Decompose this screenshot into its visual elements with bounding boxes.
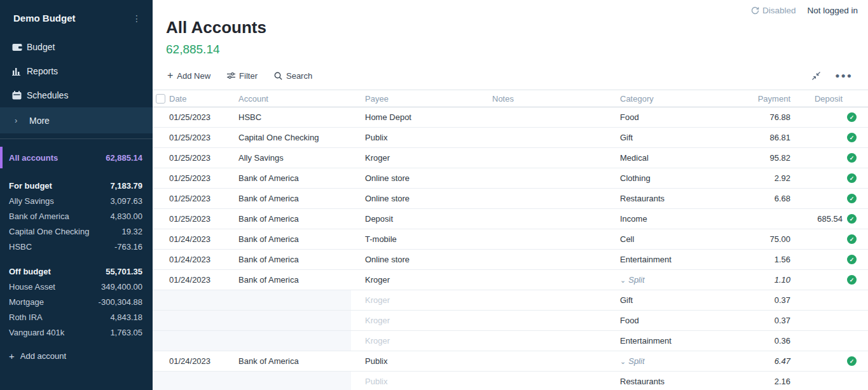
collapse-transactions-icon[interactable] bbox=[811, 71, 821, 81]
account-cell[interactable] bbox=[237, 311, 351, 330]
transaction-row[interactable]: 01/24/2023Bank of AmericaKroger⌄Split1.1… bbox=[153, 270, 868, 290]
notes-cell[interactable] bbox=[479, 209, 605, 229]
account-cell[interactable] bbox=[237, 290, 351, 310]
search-button[interactable]: Search bbox=[274, 71, 312, 81]
deposit-cell[interactable] bbox=[796, 128, 846, 147]
payee-cell[interactable]: Publix bbox=[351, 351, 479, 371]
budget-menu-kebab-icon[interactable]: ⋮ bbox=[130, 15, 144, 22]
notes-cell[interactable] bbox=[479, 148, 605, 168]
account-cell[interactable]: Bank of America bbox=[237, 270, 351, 290]
account-cell[interactable]: Bank of America bbox=[237, 209, 351, 229]
deposit-cell[interactable] bbox=[796, 311, 846, 330]
payee-cell[interactable]: Kroger bbox=[351, 331, 479, 351]
deposit-cell[interactable] bbox=[796, 351, 846, 371]
sidebar-account-row[interactable]: Mortgage-300,304.88 bbox=[0, 294, 153, 309]
login-status-button[interactable]: Not logged in bbox=[807, 6, 858, 15]
payment-cell[interactable]: 86.81 bbox=[733, 128, 796, 147]
payment-cell[interactable]: 1.10 bbox=[733, 270, 796, 290]
sidebar-item-budget[interactable]: Budget bbox=[0, 35, 153, 59]
notes-cell[interactable] bbox=[479, 351, 605, 371]
payee-cell[interactable]: Kroger bbox=[351, 148, 479, 168]
filter-button[interactable]: Filter bbox=[227, 71, 258, 81]
budget-name[interactable]: Demo Budget bbox=[13, 13, 76, 24]
sidebar-item-more[interactable]: › More bbox=[0, 107, 153, 133]
sidebar-account-row[interactable]: Capital One Checking19.32 bbox=[0, 224, 153, 239]
payment-cell[interactable]: 75.00 bbox=[733, 229, 796, 249]
category-cell[interactable]: Entertainment bbox=[605, 250, 733, 269]
deposit-cell[interactable] bbox=[796, 290, 846, 310]
category-cell[interactable]: Gift bbox=[605, 290, 733, 310]
category-cell[interactable]: Clothing bbox=[605, 168, 733, 188]
transaction-row[interactable]: 01/24/2023Bank of AmericaT-mobileCell75.… bbox=[153, 229, 868, 250]
category-cell[interactable]: Medical bbox=[605, 148, 733, 168]
notes-cell[interactable] bbox=[479, 128, 605, 147]
deposit-cell[interactable] bbox=[796, 372, 846, 390]
category-cell[interactable]: Restaurants bbox=[605, 372, 733, 390]
category-cell[interactable]: Food bbox=[605, 107, 733, 127]
account-cell[interactable]: Bank of America bbox=[237, 250, 351, 269]
sync-status-button[interactable]: Disabled bbox=[751, 6, 796, 15]
category-cell[interactable]: Cell bbox=[605, 229, 733, 249]
account-cell[interactable]: Ally Savings bbox=[237, 148, 351, 168]
category-cell[interactable]: Entertainment bbox=[605, 331, 733, 351]
deposit-cell[interactable] bbox=[796, 250, 846, 269]
column-header-date[interactable]: Date bbox=[167, 90, 237, 107]
payee-cell[interactable]: T-mobile bbox=[351, 229, 479, 249]
account-cell[interactable]: Bank of America bbox=[237, 168, 351, 188]
column-header-deposit[interactable]: Deposit bbox=[796, 90, 846, 107]
date-cell[interactable] bbox=[167, 290, 237, 310]
deposit-cell[interactable] bbox=[796, 148, 846, 168]
payment-cell[interactable]: 95.82 bbox=[733, 148, 796, 168]
cleared-check-icon[interactable]: ✓ bbox=[847, 194, 857, 203]
sidebar-account-row[interactable]: HSBC-763.16 bbox=[0, 239, 153, 254]
notes-cell[interactable] bbox=[479, 311, 605, 330]
cleared-check-icon[interactable]: ✓ bbox=[847, 133, 857, 142]
payment-cell[interactable]: 2.92 bbox=[733, 168, 796, 188]
date-cell[interactable]: 01/25/2023 bbox=[167, 128, 237, 147]
split-toggle[interactable]: ⌄Split bbox=[620, 275, 645, 285]
column-header-payment[interactable]: Payment bbox=[733, 90, 796, 107]
category-cell[interactable]: Gift bbox=[605, 128, 733, 147]
select-all-checkbox[interactable] bbox=[156, 94, 165, 104]
deposit-cell[interactable] bbox=[796, 331, 846, 351]
sidebar-item-all-accounts[interactable]: All accounts 62,885.14 bbox=[0, 147, 153, 168]
sidebar-group-header[interactable]: Off budget55,701.35 bbox=[0, 264, 153, 279]
sidebar-item-schedules[interactable]: Schedules bbox=[0, 83, 153, 107]
sidebar-account-row[interactable]: Roth IRA4,843.18 bbox=[0, 309, 153, 325]
notes-cell[interactable] bbox=[479, 331, 605, 351]
sidebar-item-reports[interactable]: Reports bbox=[0, 59, 153, 83]
category-cell[interactable]: ⌄Split bbox=[605, 270, 733, 290]
date-cell[interactable]: 01/24/2023 bbox=[167, 270, 237, 290]
transaction-row[interactable]: 01/25/2023Capital One CheckingPublixGift… bbox=[153, 128, 868, 148]
transaction-row[interactable]: 01/25/2023Bank of AmericaOnline storeRes… bbox=[153, 189, 868, 209]
column-header-account[interactable]: Account bbox=[237, 90, 351, 107]
notes-cell[interactable] bbox=[479, 168, 605, 188]
split-child-row[interactable]: PublixRestaurants2.16 bbox=[153, 372, 868, 390]
date-cell[interactable]: 01/25/2023 bbox=[167, 148, 237, 168]
payee-cell[interactable]: Publix bbox=[351, 372, 479, 390]
transaction-row[interactable]: 01/25/2023Bank of AmericaOnline storeClo… bbox=[153, 168, 868, 189]
date-cell[interactable]: 01/25/2023 bbox=[167, 107, 237, 127]
date-cell[interactable]: 01/25/2023 bbox=[167, 209, 237, 229]
payment-cell[interactable]: 6.47 bbox=[733, 351, 796, 371]
account-cell[interactable] bbox=[237, 372, 351, 390]
transaction-row[interactable]: 01/25/2023Bank of AmericaDepositIncome68… bbox=[153, 209, 868, 229]
date-cell[interactable]: 01/24/2023 bbox=[167, 250, 237, 269]
split-child-row[interactable]: KrogerGift0.37 bbox=[153, 290, 868, 311]
deposit-cell[interactable] bbox=[796, 168, 846, 188]
deposit-cell[interactable]: 685.54 bbox=[796, 209, 846, 229]
payee-cell[interactable]: Publix bbox=[351, 128, 479, 147]
cleared-check-icon[interactable]: ✓ bbox=[847, 153, 857, 163]
category-cell[interactable]: Food bbox=[605, 311, 733, 330]
sidebar-account-row[interactable]: Bank of America4,830.00 bbox=[0, 208, 153, 224]
account-cell[interactable] bbox=[237, 331, 351, 351]
transaction-row[interactable]: 01/25/2023HSBCHome DepotFood76.88✓ bbox=[153, 107, 868, 128]
notes-cell[interactable] bbox=[479, 189, 605, 208]
add-account-button[interactable]: + Add account bbox=[0, 351, 153, 361]
split-child-row[interactable]: KrogerFood0.37 bbox=[153, 311, 868, 331]
payee-cell[interactable]: Online store bbox=[351, 168, 479, 188]
payment-cell[interactable]: 6.68 bbox=[733, 189, 796, 208]
transaction-row[interactable]: 01/24/2023Bank of AmericaPublix⌄Split6.4… bbox=[153, 351, 868, 372]
account-cell[interactable]: HSBC bbox=[237, 107, 351, 127]
column-header-notes[interactable]: Notes bbox=[479, 90, 605, 107]
